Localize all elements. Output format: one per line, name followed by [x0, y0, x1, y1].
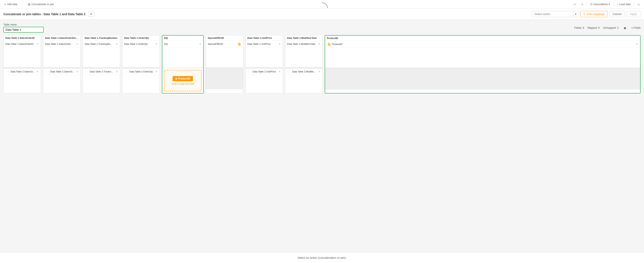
table-row: ⋮⋮ Data Table 2.OrderQty ×: [122, 68, 160, 75]
column-pid: PID PID × ⊞ ProductID Drop to map this f…: [162, 35, 204, 93]
concatenate-join-button[interactable]: ⊞ Concatenate or join: [26, 2, 56, 7]
col4-unmapped: ⋮⋮ Data Table 2.OrderQty ×: [122, 68, 160, 90]
edit-mappings-label: Edit mappings: [587, 13, 604, 16]
col1-unmapped-empty: [4, 75, 41, 90]
remove-button[interactable]: ×: [116, 70, 118, 73]
remove-button[interactable]: ×: [76, 70, 78, 73]
add-data-button[interactable]: + Add data: [2, 2, 19, 7]
col9-unmapped: [325, 68, 640, 90]
drop-zone-placeholder: ⊞ ProductID Drop to map this field: [164, 70, 202, 91]
load-data-label: Load data: [619, 3, 630, 6]
col4-header: Data Table 1.OrderQty: [122, 35, 160, 41]
concatenate-join-label: Concatenate or join: [32, 3, 54, 6]
table-row: ⋮⋮ Data Table 2.UnitPrice ×: [246, 68, 283, 75]
load-data-icon: ↓: [617, 3, 618, 6]
select-action-arrow[interactable]: ▾: [573, 11, 578, 17]
table-row: Data Table 1.SalesOrderID ×: [4, 41, 41, 47]
table-name-input[interactable]: [4, 27, 44, 33]
add-icon: +: [4, 3, 6, 6]
home-button[interactable]: ⌂: [636, 2, 642, 7]
col5-header: PID: [162, 36, 203, 41]
drop-text: Drop to map this field: [172, 83, 194, 85]
col9-header: ProductID: [325, 36, 640, 41]
select-action-input[interactable]: [532, 11, 573, 17]
associations-label: Associations: [594, 3, 608, 6]
fields-info: Fields: 9 Mapped: 6 Unmapped: 3 ◉ ≡ Fiel…: [574, 25, 640, 31]
table-row: Data Table 1.SalesOrder... ×: [43, 41, 80, 47]
concatenate-icon: ⊞: [28, 3, 30, 6]
remove-button[interactable]: ×: [36, 70, 39, 73]
remove-button[interactable]: ×: [36, 43, 39, 46]
column-modifieddate: Data Table 1.Modified Date Data Table 1.…: [285, 35, 322, 93]
col7-mapped: Data Table 1.UnitPrice ×: [246, 41, 283, 68]
unmapped-count: Unmapped: 3: [603, 26, 618, 29]
associations-button[interactable]: ⊙ Associations ▾: [588, 2, 612, 7]
redo-icon: ↪: [581, 3, 583, 6]
drop-zone[interactable]: ⊞ ProductID Drop to map this field: [162, 68, 203, 93]
col8-mapped-empty: [285, 47, 322, 68]
table-row: ⋮⋮ Data Table 2.Trackin... ×: [83, 68, 120, 75]
cancel-label: Cancel: [613, 13, 621, 16]
drag-handle: ⋮⋮: [45, 70, 49, 73]
col2-unmapped: ⋮⋮ Data Table 2.SalesOr... ×: [43, 68, 80, 90]
col3-unmapped: ⋮⋮ Data Table 2.Trackin... ×: [83, 68, 120, 90]
remove-button[interactable]: ×: [278, 43, 281, 46]
col6-mapped-empty: [206, 47, 243, 68]
remove-button[interactable]: ×: [318, 43, 320, 46]
remove-button[interactable]: ×: [155, 70, 158, 73]
column-salesorderid: Data Table 1.SalesOrderID Data Table 1.S…: [4, 35, 41, 93]
col7-unmapped: ⋮⋮ Data Table 2.UnitPrice ×: [246, 68, 283, 90]
table-row: PID ×: [162, 41, 203, 47]
load-data-button[interactable]: ↓ Load data: [615, 2, 632, 7]
col4-unmapped-empty: [122, 75, 160, 90]
lines-icon: ≡: [631, 26, 633, 29]
fields-button[interactable]: ≡ Fields: [631, 26, 640, 29]
home-icon: ⌂: [638, 2, 640, 6]
page-title: Concatenate or join tables - Data Table …: [4, 13, 86, 16]
swap-button[interactable]: ⇄: [88, 11, 94, 17]
mapped-count: Mapped: 6: [588, 26, 600, 29]
visibility-button[interactable]: ◉: [622, 25, 628, 31]
undo-button[interactable]: ↩: [572, 2, 578, 7]
col8-unmapped: ⋮⋮ Data Table 2.Modifie... ×: [285, 68, 322, 90]
columns-grid: Data Table 1.SalesOrderID Data Table 1.S…: [4, 35, 640, 93]
cursor-icon: 👆: [327, 42, 331, 46]
grid-icon: ⊞: [175, 77, 177, 80]
edit-mappings-button[interactable]: ✏ Edit mappings: [580, 11, 608, 17]
remove-button[interactable]: ×: [278, 70, 281, 73]
cursor-icon: 👆: [237, 42, 241, 46]
apply-button[interactable]: Apply: [626, 11, 640, 17]
table-row: Data Table 1.OrderQty ×: [122, 41, 160, 47]
col1-mapped-empty: [4, 47, 41, 68]
table-row: Data Table 1.Modified Date ×: [285, 41, 322, 47]
main-area: Table name: Fields: 9 Mapped: 6 Unmapped…: [0, 20, 644, 252]
table-row: SpecialOfferID 👆: [206, 41, 243, 47]
remove-button[interactable]: ×: [116, 43, 118, 46]
redo-button[interactable]: ↪: [579, 2, 585, 7]
toolbar-right: ↩ ↪ ⊙ Associations ▾ ↓ Load data ⌂: [572, 2, 642, 7]
col8-mapped: Data Table 1.Modified Date ×: [285, 41, 322, 68]
column-productid: ProductID 👆 ProductID ×: [325, 35, 640, 93]
remove-button[interactable]: ×: [199, 43, 202, 46]
fields-btn-label: Fields: [634, 26, 640, 29]
col8-unmapped-empty: [285, 75, 322, 90]
table-row: ⋮⋮ Data Table 2.SalesOr... ×: [4, 68, 41, 75]
cancel-button[interactable]: Cancel: [610, 11, 624, 17]
col1-mapped: Data Table 1.SalesOrderID ×: [4, 41, 41, 68]
col6-header: SpecialOfferID: [206, 35, 243, 41]
col2-mapped: Data Table 1.SalesOrder... ×: [43, 41, 80, 68]
col1-unmapped: ⋮⋮ Data Table 2.SalesOr... ×: [4, 68, 41, 90]
remove-button[interactable]: ×: [155, 43, 158, 46]
toolbar-separator-4: [634, 2, 634, 7]
remove-button[interactable]: ×: [318, 70, 320, 73]
col4-mapped: Data Table 1.OrderQty ×: [122, 41, 160, 68]
status-text: Select an action (concatenation or join)…: [298, 256, 346, 259]
drag-handle: ⋮⋮: [287, 70, 291, 73]
col3-mapped-empty: [83, 47, 120, 68]
remove-button[interactable]: ×: [76, 43, 78, 46]
drag-handle: ⋮⋮: [247, 70, 252, 73]
column-salesorderdetailid: Data Table 1.SalesOrderDetailID Data Tab…: [43, 35, 80, 93]
status-bar: Select an action (concatenation or join)…: [0, 252, 644, 263]
remove-button[interactable]: ×: [636, 43, 638, 46]
col7-unmapped-empty: [246, 75, 283, 90]
